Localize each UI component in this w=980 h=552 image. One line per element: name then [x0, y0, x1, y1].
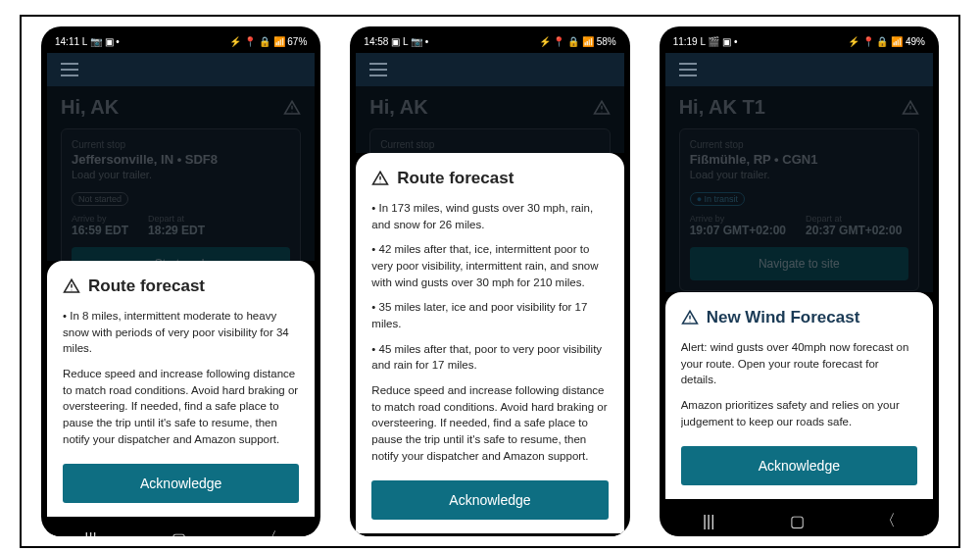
advice-text: Reduce speed and increase following dist…	[371, 382, 608, 464]
recent-apps-button[interactable]: |||	[84, 530, 96, 536]
status-bar: 14:58 ▣ L 📷 •⚡ 📍 🔒 📶 58%	[356, 34, 623, 53]
home-button[interactable]: ▢	[172, 529, 186, 536]
back-button[interactable]: 〈	[880, 511, 896, 531]
status-bar: 14:11 L 📷 ▣ •⚡ 📍 🔒 📶 67%	[47, 34, 315, 53]
android-nav-bar: |||▢〈	[665, 499, 933, 535]
android-nav-bar: |||▢〈	[356, 533, 623, 536]
sheet-title: Route forecast	[63, 276, 299, 296]
sheet-content: • In 173 miles, wind gusts over 30 mph, …	[371, 200, 608, 473]
acknowledge-button[interactable]: Acknowledge	[63, 464, 299, 503]
forecast-bullet: • 45 miles after that, poor to very poor…	[371, 341, 608, 374]
menu-icon[interactable]	[369, 63, 387, 76]
status-right: ⚡ 📍 🔒 📶 67%	[229, 36, 307, 47]
app-header	[665, 53, 933, 86]
forecast-bullet: • 42 miles after that, ice, intermittent…	[371, 241, 608, 290]
background-content: Hi, AKCurrent stop Jeffersonville, IN • …	[47, 86, 315, 261]
sheet-title: New Wind Forecast	[681, 308, 917, 327]
sheet-title: Route forecast	[371, 169, 608, 188]
app-header	[356, 53, 623, 86]
bottom-sheet: Route forecast• In 8 miles, intermittent…	[47, 261, 315, 517]
android-nav-bar: |||▢〈	[47, 517, 315, 536]
status-time: 11:19 L 🎬 ▣ •	[673, 36, 738, 47]
app-header	[47, 53, 315, 86]
phone-mockup: 14:58 ▣ L 📷 •⚡ 📍 🔒 📶 58%Hi, AKCurrent st…	[350, 26, 629, 536]
background-content: Hi, AK T1Current stop Fißmühle, RP • CGN…	[665, 86, 933, 292]
status-right: ⚡ 📍 🔒 📶 49%	[848, 36, 925, 47]
bottom-sheet: New Wind ForecastAlert: wind gusts over …	[665, 292, 933, 499]
menu-icon[interactable]	[679, 63, 697, 76]
bottom-sheet: Route forecast• In 173 miles, wind gusts…	[356, 153, 623, 533]
status-time: 14:11 L 📷 ▣ •	[55, 36, 120, 47]
advice-text: Amazon prioritizes safety and relies on …	[681, 397, 917, 429]
forecast-bullet: • In 8 miles, intermittent moderate to h…	[63, 308, 299, 357]
warning-icon	[63, 277, 80, 295]
menu-icon[interactable]	[61, 63, 78, 76]
screenshot-frame: 14:11 L 📷 ▣ •⚡ 📍 🔒 📶 67%Hi, AKCurrent st…	[20, 15, 960, 548]
advice-text: Reduce speed and increase following dist…	[63, 366, 299, 447]
acknowledge-button[interactable]: Acknowledge	[371, 480, 608, 520]
sheet-content: • In 8 miles, intermittent moderate to h…	[63, 308, 299, 456]
status-bar: 11:19 L 🎬 ▣ •⚡ 📍 🔒 📶 49%	[665, 34, 933, 53]
alert-text: Alert: wind gusts over 40mph now forecas…	[681, 339, 917, 388]
acknowledge-button[interactable]: Acknowledge	[681, 446, 917, 485]
forecast-bullet: • 35 miles later, ice and poor visibilit…	[371, 299, 608, 331]
sheet-content: Alert: wind gusts over 40mph now forecas…	[681, 339, 917, 438]
status-time: 14:58 ▣ L 📷 •	[364, 36, 428, 47]
forecast-bullet: • In 173 miles, wind gusts over 30 mph, …	[371, 200, 608, 232]
recent-apps-button[interactable]: |||	[703, 513, 714, 530]
back-button[interactable]: 〈	[262, 528, 277, 536]
background-content: Hi, AKCurrent stop Sumner, WA • BFI1 Loa…	[356, 86, 623, 153]
status-right: ⚡ 📍 🔒 📶 58%	[539, 36, 616, 47]
warning-icon	[371, 170, 389, 187]
warning-icon	[681, 309, 699, 326]
phone-mockup: 11:19 L 🎬 ▣ •⚡ 📍 🔒 📶 49%Hi, AK T1Current…	[660, 26, 939, 536]
phone-mockup: 14:11 L 📷 ▣ •⚡ 📍 🔒 📶 67%Hi, AKCurrent st…	[41, 26, 320, 536]
home-button[interactable]: ▢	[790, 512, 805, 530]
